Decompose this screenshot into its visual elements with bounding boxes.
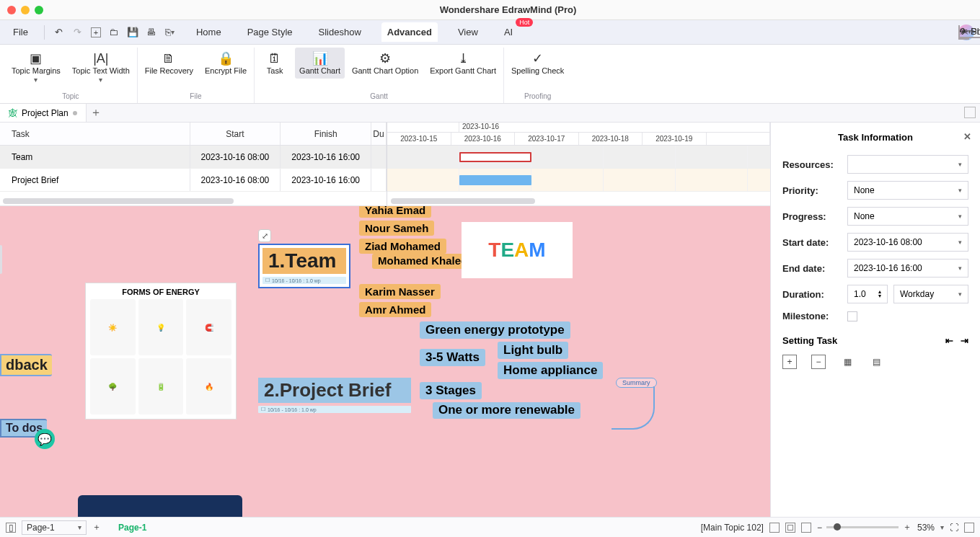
- node-member[interactable]: Amr Ahmed: [359, 302, 431, 317]
- export-gantt-button[interactable]: ⤓Export Gantt Chart: [425, 48, 500, 79]
- node-brief-item[interactable]: 3 Stages: [420, 382, 482, 399]
- save-icon[interactable]: 💾: [127, 27, 138, 38]
- col-duration[interactable]: Du: [371, 123, 387, 145]
- node-member[interactable]: Yahia Emad: [359, 206, 431, 218]
- minimize-window[interactable]: [21, 6, 30, 14]
- tab-view[interactable]: View: [452, 22, 484, 42]
- progress-select[interactable]: None▾: [847, 207, 968, 226]
- file-menu[interactable]: File: [6, 24, 35, 40]
- gantt-option-button[interactable]: ⚙Gantt Chart Option: [348, 48, 423, 79]
- zoom-in-icon[interactable]: ＋: [903, 521, 911, 533]
- milestone-checkbox[interactable]: [847, 311, 857, 321]
- zoom-slider[interactable]: − ＋: [817, 521, 911, 533]
- col-start[interactable]: Start: [190, 123, 281, 145]
- priority-select[interactable]: None▾: [847, 181, 968, 200]
- collapse-tool[interactable]: −: [811, 355, 826, 369]
- node-cut-left[interactable]: dback: [0, 354, 52, 376]
- tab-pagestyle[interactable]: Page Style: [242, 22, 299, 42]
- tab-home[interactable]: Home: [190, 22, 227, 42]
- enddate-select[interactable]: 2023-10-16 16:00▾: [847, 259, 968, 278]
- scrollbar[interactable]: [391, 198, 535, 204]
- export-icon[interactable]: ⎘▾: [164, 27, 176, 38]
- scrollbar[interactable]: [3, 198, 234, 204]
- timeline-row[interactable]: [387, 169, 770, 192]
- timeline-row[interactable]: [387, 146, 770, 169]
- fullscreen-icon[interactable]: [964, 523, 974, 533]
- node-member[interactable]: Mohamed Khaled: [372, 254, 473, 269]
- add-page-button[interactable]: ＋: [92, 521, 101, 533]
- maximize-window[interactable]: [35, 6, 43, 14]
- cell-task: Team: [0, 146, 190, 168]
- page-select[interactable]: Page-1▾: [22, 520, 87, 535]
- node-brief-item[interactable]: Green energy prototype: [420, 321, 570, 339]
- file-recovery-button[interactable]: 🗎File Recovery: [141, 48, 198, 79]
- label-startdate: Start date:: [782, 237, 842, 248]
- node-dates: ☐10/16 - 10/16 : 1.0 wp: [262, 277, 346, 284]
- redo-icon[interactable]: ↷: [72, 27, 84, 38]
- gantt-timeline[interactable]: 2023-10-16 2023-10-15 2023-10-16 2023-10…: [387, 123, 770, 205]
- tab-ai[interactable]: AIHot: [498, 22, 518, 42]
- encrypt-file-button[interactable]: 🔒Encrypt File: [200, 48, 251, 79]
- node-member[interactable]: Ziad Mohamed: [359, 239, 446, 254]
- duration-input[interactable]: 1.0▴▾: [847, 285, 888, 303]
- zoom-value[interactable]: 53%: [917, 523, 935, 533]
- view-mode-3[interactable]: [801, 523, 811, 533]
- outdent-icon[interactable]: ⇥: [961, 335, 968, 346]
- topic-margins-button[interactable]: ▣Topic Margins▾: [7, 48, 65, 86]
- expand-tool[interactable]: +: [782, 355, 797, 369]
- grid-tool-2[interactable]: ▤: [869, 355, 883, 369]
- node-brief-item[interactable]: Home appliance: [498, 362, 603, 379]
- expand-handle[interactable]: ⤢: [258, 229, 271, 242]
- tab-slideshow[interactable]: Slideshow: [313, 22, 367, 42]
- node-member[interactable]: Karim Nasser: [359, 284, 441, 299]
- mindmap-canvas[interactable]: ⤢ 1.Team ☐10/16 - 10/16 : 1.0 wp Yahia E…: [0, 206, 770, 517]
- node-team-selected[interactable]: 1.Team ☐10/16 - 10/16 : 1.0 wp: [258, 244, 350, 288]
- spell-icon: ✓: [532, 50, 543, 66]
- timeline-header-top: 2023-10-16: [387, 123, 770, 133]
- page-link[interactable]: Page-1: [118, 523, 146, 533]
- new-icon[interactable]: +: [91, 27, 101, 37]
- gantt-row[interactable]: Project Brief 2023-10-16 08:00 2023-10-1…: [0, 169, 387, 192]
- duration-unit-select[interactable]: Workday▾: [893, 285, 968, 303]
- open-icon[interactable]: 🗀: [108, 27, 120, 38]
- node-brief-item[interactable]: One or more renewable: [433, 402, 581, 419]
- zoom-out-icon[interactable]: −: [817, 523, 822, 533]
- print-icon[interactable]: 🖶: [146, 27, 157, 38]
- node-brief-item[interactable]: Light bulb: [498, 342, 568, 359]
- close-window[interactable]: [7, 6, 16, 14]
- collapse-ribbon[interactable]: ︿: [958, 25, 969, 40]
- node-brief-item[interactable]: 3-5 Watts: [420, 349, 485, 366]
- resize-handle[interactable]: [0, 245, 2, 274]
- startdate-select[interactable]: 2023-10-16 08:00▾: [847, 233, 968, 252]
- col-finish[interactable]: Finish: [281, 123, 371, 145]
- fit-icon[interactable]: ⛶: [950, 523, 958, 533]
- close-icon[interactable]: ✕: [963, 131, 971, 142]
- view-mode-2[interactable]: [785, 523, 795, 533]
- assistant-fab[interactable]: 💬: [35, 429, 55, 449]
- view-mode-1[interactable]: [769, 523, 780, 533]
- task-bar[interactable]: [459, 175, 531, 185]
- col-task[interactable]: Task: [0, 123, 190, 145]
- outline-icon[interactable]: ▯: [6, 523, 16, 533]
- tab-advanced[interactable]: Advanced: [381, 22, 438, 42]
- task-button[interactable]: 🗓Task: [257, 48, 292, 79]
- add-tab-button[interactable]: ＋: [87, 104, 105, 122]
- doc-tab[interactable]: 🕸 Project Plan: [0, 104, 87, 122]
- panel-toggle[interactable]: [964, 107, 976, 118]
- node-dark-cut[interactable]: [78, 495, 242, 517]
- image-team[interactable]: TEAM: [462, 222, 573, 278]
- topic-textwidth-button[interactable]: |A|Topic Text Width▾: [68, 48, 134, 86]
- grid-tool-1[interactable]: ▦: [840, 355, 855, 369]
- undo-icon[interactable]: ↶: [53, 27, 65, 38]
- task-bar-selected[interactable]: [459, 152, 531, 162]
- gantt-row[interactable]: Team 2023-10-16 08:00 2023-10-16 16:00: [0, 146, 387, 169]
- node-member[interactable]: Nour Sameh: [359, 221, 434, 236]
- indent-icon[interactable]: ⇤: [945, 335, 953, 346]
- spellcheck-button[interactable]: ✓Spelling Check: [507, 48, 568, 79]
- gantt-header: Task Start Finish Du: [0, 123, 387, 146]
- image-energy[interactable]: FORMS OF ENERGY ☀️ 💡 🧲 🌳 🔋 🔥: [85, 283, 237, 420]
- label: Setting Task: [782, 335, 837, 346]
- gantt-chart-button[interactable]: 📊Gantt Chart: [295, 48, 345, 79]
- node-project-brief[interactable]: 2.Project Brief ☐10/16 - 10/16 : 1.0 wp: [258, 378, 411, 413]
- resources-select[interactable]: ▾: [847, 155, 968, 174]
